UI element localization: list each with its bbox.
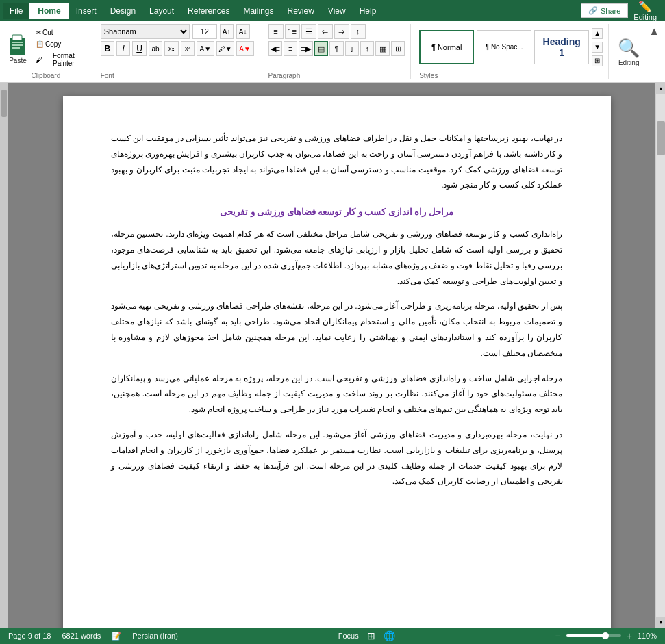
zoom-slider[interactable] xyxy=(566,634,621,637)
paragraph-4: مرحله اجرایی شامل ساخت و راه‌اندازی فضاه… xyxy=(111,371,563,417)
underline-button[interactable]: U xyxy=(132,41,146,56)
rtl-button[interactable]: ¶ xyxy=(329,41,343,56)
font-color-button[interactable]: A▼ xyxy=(197,41,214,56)
align-center-button[interactable]: ≡ xyxy=(284,41,297,56)
svg-rect-3 xyxy=(12,44,23,46)
styles-scroll-down[interactable]: ▼ xyxy=(592,42,603,53)
list-number-button[interactable]: 1≡ xyxy=(285,24,300,39)
zoom-in-button[interactable]: + xyxy=(627,630,632,641)
svg-rect-4 xyxy=(12,47,20,49)
styles-group: ¶ Normal ¶ No Spac... Heading 1 ▲ ▼ ⊞ St… xyxy=(414,24,609,79)
styles-expand[interactable]: ⊞ xyxy=(592,55,603,66)
heading-sports: مراحل راه اندازی کسب و کار توسعه فضاهای … xyxy=(111,207,563,217)
proofing-icon: 📝 xyxy=(112,632,121,641)
highlight-button[interactable]: 🖊▼ xyxy=(216,41,234,56)
web-view-button[interactable]: 🌐 xyxy=(384,630,395,641)
scroll-thumb[interactable] xyxy=(657,121,665,155)
copy-button[interactable]: 📋 Copy xyxy=(33,39,86,49)
document-area: در نهایت، بهبود زیرساختها و امکانات حمل … xyxy=(8,83,665,628)
language: Persian (Iran) xyxy=(132,632,178,640)
clipboard-group: Paste ✂ Cut 📋 Copy 🖌 Format Painter Clip… xyxy=(5,24,92,79)
styles-group-label: Styles xyxy=(419,72,603,79)
font-size-input[interactable] xyxy=(192,24,217,39)
tab-insert[interactable]: Insert xyxy=(69,3,103,19)
align-left-button[interactable]: ◀≡ xyxy=(268,41,282,56)
tab-design[interactable]: Design xyxy=(103,3,142,19)
subscript-button[interactable]: x₂ xyxy=(164,41,178,56)
styles-scroll-up[interactable]: ▲ xyxy=(592,28,603,39)
strikethrough-button[interactable]: ab xyxy=(149,41,162,56)
ribbon: File Home Insert Design Layout Reference… xyxy=(0,0,665,83)
paste-button[interactable]: Paste xyxy=(5,32,30,64)
editing-group-label: Editing xyxy=(618,59,640,66)
paragraph-group: ≡ 1≡ ☰ ⇐ ⇒ ↕ ◀≡ ≡ ≡▶ ▤ ¶ ⫿ ↕ ▦ ⊞ Paragra… xyxy=(263,24,412,79)
zoom-level: 110% xyxy=(638,632,657,640)
decrease-indent-button[interactable]: ⇐ xyxy=(318,24,333,39)
paragraph-3: پس از تحقیق اولیه، مرحله برنامه‌ریزی و ط… xyxy=(111,298,563,361)
style-normal[interactable]: ¶ Normal xyxy=(419,30,474,64)
italic-button[interactable]: I xyxy=(116,41,130,56)
clipboard-label: Clipboard xyxy=(31,72,60,79)
font-family-select[interactable]: Shabnam xyxy=(101,24,190,39)
format-painter-button[interactable]: 🖌 Format Painter xyxy=(33,51,86,68)
editing-indicator: ✏️ Editing xyxy=(633,0,657,21)
ribbon-collapse-button[interactable]: ▲ xyxy=(649,24,660,79)
font-size-decrease-button[interactable]: A↓ xyxy=(236,24,250,39)
status-bar: Page 9 of 18 6821 words 📝 Persian (Iran)… xyxy=(0,628,665,644)
focus-button[interactable]: Focus xyxy=(338,632,359,640)
paragraph-5: در نهایت، مرحله بهره‌برداری و مدیریت فضا… xyxy=(111,427,563,489)
zoom-out-button[interactable]: − xyxy=(555,630,560,641)
tab-mailings[interactable]: Mailings xyxy=(236,3,280,19)
line-spacing-button[interactable]: ↕ xyxy=(360,41,374,56)
tab-view[interactable]: View xyxy=(321,3,353,19)
scroll-down-button[interactable]: ▼ xyxy=(656,617,665,628)
increase-indent-button[interactable]: ⇒ xyxy=(334,24,349,39)
align-right-button[interactable]: ≡▶ xyxy=(299,41,312,56)
tab-home[interactable]: Home xyxy=(29,3,68,19)
bold-button[interactable]: B xyxy=(101,41,114,56)
word-count: 6821 words xyxy=(62,632,101,640)
font-group-label: Font xyxy=(101,72,254,79)
font-size-increase-button[interactable]: A↑ xyxy=(220,24,234,39)
print-layout-button[interactable]: ⊞ xyxy=(367,630,375,641)
tab-help[interactable]: Help xyxy=(353,3,384,19)
font-group: Shabnam A↑ A↓ B I U ab x₂ x² A▼ 🖊▼ A▼ Fo… xyxy=(95,24,260,79)
svg-rect-2 xyxy=(12,42,23,43)
paragraph-1: در نهایت، بهبود زیرساختها و امکانات حمل … xyxy=(111,131,563,193)
text-color-button[interactable]: A▼ xyxy=(236,41,254,56)
page-info: Page 9 of 18 xyxy=(8,632,51,640)
shading-button[interactable]: ▦ xyxy=(375,41,389,56)
sort-button[interactable]: ↕ xyxy=(351,24,366,39)
scroll-up-button[interactable]: ▲ xyxy=(656,83,665,94)
justify-button[interactable]: ▤ xyxy=(314,41,328,56)
column-button[interactable]: ⫿ xyxy=(345,41,359,56)
vertical-scrollbar[interactable]: ▲ ▼ xyxy=(655,83,665,628)
list-bullet-button[interactable]: ≡ xyxy=(268,24,284,39)
document-page: در نهایت، بهبود زیرساختها و امکانات حمل … xyxy=(63,96,611,628)
editing-group: 🔍 Editing xyxy=(612,24,646,79)
paragraph-2: راه‌اندازی کسب و کار توسعه فضاهای ورزشی … xyxy=(111,227,563,289)
style-no-space[interactable]: ¶ No Spac... xyxy=(477,30,531,64)
tab-file[interactable]: File xyxy=(3,3,29,19)
paragraph-group-label: Paragraph xyxy=(268,72,405,79)
cut-button[interactable]: ✂ Cut xyxy=(33,27,86,38)
svg-rect-1 xyxy=(12,35,22,40)
tab-layout[interactable]: Layout xyxy=(142,3,181,19)
multilevel-list-button[interactable]: ☰ xyxy=(301,24,316,39)
tab-references[interactable]: References xyxy=(181,3,236,19)
share-button[interactable]: 🔗 Share xyxy=(581,3,628,18)
border-button[interactable]: ⊞ xyxy=(391,41,405,56)
tab-review[interactable]: Review xyxy=(280,3,321,19)
search-button[interactable]: 🔍 xyxy=(618,38,640,59)
superscript-button[interactable]: x² xyxy=(181,41,195,56)
style-heading1[interactable]: Heading 1 xyxy=(534,30,589,64)
